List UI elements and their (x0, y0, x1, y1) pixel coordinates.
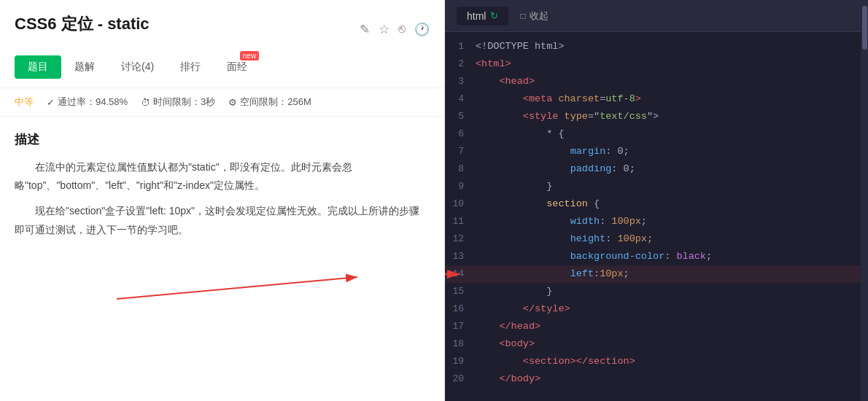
scrollbar-thumb[interactable] (862, 6, 867, 50)
left-panel: CSS6 定位 - static ✎ ☆ ⎋ 🕐 题目 题解 讨论(4) 排行 (0, 0, 445, 401)
code-line-3: 3 <head> (445, 73, 868, 90)
code-line-19: 19 <section></section> (445, 353, 868, 370)
tab-solution[interactable]: 题解 (61, 55, 108, 79)
refresh-icon: ↻ (490, 10, 498, 21)
header-icons: ✎ ☆ ⎋ 🕐 (360, 22, 430, 37)
check-icon: ✓ (47, 97, 55, 108)
code-line-11: 11 width: 100px; (445, 213, 868, 230)
star-icon[interactable]: ☆ (379, 22, 390, 37)
code-line-18: 18 <body> (445, 335, 868, 353)
tab-ranking[interactable]: 排行 (167, 55, 214, 79)
space-limit: ⚙ 空间限制：256M (228, 96, 311, 109)
code-line-12: 12 height: 100px; (445, 230, 868, 248)
code-line-8: 8 padding: 0; (445, 160, 868, 178)
collapse-icon: □ (520, 11, 525, 21)
difficulty-badge: 中等 (15, 96, 34, 109)
code-line-20: 20 </body> (445, 370, 868, 388)
meta-bar: 中等 ✓ 通过率：94.58% ⏱ 时间限制：3秒 ⚙ 空间限制：256M (0, 88, 444, 117)
share-icon[interactable]: ⎋ (398, 22, 406, 36)
tab-interview[interactable]: 面经 new (214, 55, 260, 79)
time-limit: ⏱ 时间限制：3秒 (141, 96, 215, 109)
code-line-6: 6 * { (445, 125, 868, 143)
tab-bar: 题目 题解 讨论(4) 排行 面经 new (15, 55, 430, 79)
svg-line-1 (117, 277, 357, 299)
time-icon: ⏱ (141, 97, 150, 108)
description-title: 描述 (15, 131, 430, 148)
code-line-4: 4 <meta charset=utf-8> (445, 90, 868, 108)
right-panel: html ↻ □ 收起 1 <!DOCTYPE html> 2 <html> 3… (445, 0, 868, 401)
edit-icon[interactable]: ✎ (360, 22, 370, 37)
code-line-15: 15 } (445, 283, 868, 300)
lang-label: html (467, 10, 486, 22)
left-header: CSS6 定位 - static ✎ ☆ ⎋ 🕐 题目 题解 讨论(4) 排行 (0, 0, 444, 88)
code-line-10: 10 section { (445, 195, 868, 213)
clock-icon[interactable]: 🕐 (414, 22, 430, 37)
code-line-2: 2 <html> (445, 55, 868, 73)
pass-rate: ✓ 通过率：94.58% (47, 96, 128, 109)
editor-body[interactable]: 1 <!DOCTYPE html> 2 <html> 3 <head> 4 <m… (445, 32, 868, 401)
space-icon: ⚙ (228, 97, 237, 108)
collapse-button[interactable]: □ 收起 (520, 9, 548, 23)
new-badge: new (240, 51, 259, 61)
page-title: CSS6 定位 - static (15, 13, 150, 35)
description-p1: 在流中的元素定位属性值默认都为"static"，即没有定位。此时元素会忽略"to… (15, 158, 430, 195)
code-line-5: 5 <style type="text/css"> (445, 108, 868, 125)
tab-discussion[interactable]: 讨论(4) (108, 55, 167, 79)
code-line-14: 14 left:10px; (445, 265, 868, 283)
collapse-label: 收起 (530, 9, 549, 23)
description-p2: 现在给"section"盒子设置"left: 10px"，这时会发现定位属性无效… (15, 202, 430, 238)
code-line-9: 9 } (445, 178, 868, 195)
content-area: 描述 在流中的元素定位属性值默认都为"static"，即没有定位。此时元素会忽略… (0, 117, 444, 401)
code-line-1: 1 <!DOCTYPE html> (445, 38, 868, 55)
scrollbar[interactable] (861, 0, 868, 401)
arrow-annotation (0, 255, 444, 343)
code-line-17: 17 </head> (445, 318, 868, 335)
description-body: 在流中的元素定位属性值默认都为"static"，即没有定位。此时元素会忽略"to… (15, 158, 430, 239)
code-line-16: 16 </style> (445, 300, 868, 318)
lang-tab-html[interactable]: html ↻ (457, 7, 508, 26)
editor-toolbar: html ↻ □ 收起 (445, 0, 868, 32)
code-line-7: 7 margin: 0; (445, 143, 868, 160)
tab-problem[interactable]: 题目 (15, 55, 61, 79)
code-line-13: 13 background-color: black; (445, 248, 868, 265)
